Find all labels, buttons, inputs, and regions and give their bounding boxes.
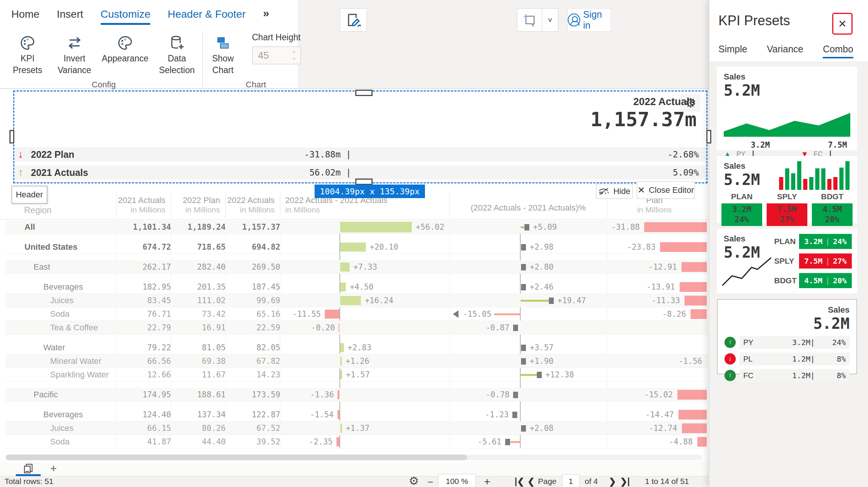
kpi-column-label: BDGT	[812, 192, 853, 201]
variance-bar-label: +2.83	[348, 343, 371, 352]
panel-tab-combo[interactable]: Combo	[823, 44, 853, 58]
table-row[interactable]: All1,101.341,189.241,157.37+56.02+5.09-3…	[6, 220, 708, 234]
invert-variance-button[interactable]: Invert Variance	[52, 31, 96, 78]
palette-icon	[19, 33, 36, 53]
variance-bar-label: -1.36	[310, 390, 334, 399]
resize-handle-top[interactable]	[355, 90, 373, 96]
variance-bar	[339, 323, 339, 332]
close-editor-button[interactable]: ✕ Close Editor	[637, 182, 695, 199]
column-header-pct-variance[interactable]: (2022 Actuals - 2021 Actuals)%	[449, 203, 607, 213]
first-page-button[interactable]: |❮	[515, 476, 524, 487]
variance-row-plan[interactable]: ↓ 2022 Plan -31.88m | -2.68%	[14, 147, 706, 162]
kpi-preset-card-line[interactable]: Sales 5.2M PLAN3.2M|24%SPLY7.5M|27%BDGT4…	[717, 229, 857, 293]
add-sheet-button[interactable]: +	[45, 462, 62, 475]
next-page-button[interactable]: ❯	[609, 476, 616, 487]
variance-value: -31.88m |	[304, 150, 351, 159]
edit-mode-button[interactable]	[340, 8, 367, 32]
kpi-presets-button[interactable]: KPI Presets	[8, 31, 47, 78]
tab-customize[interactable]: Customize	[101, 8, 150, 25]
panel-tab-simple[interactable]: Simple	[718, 44, 747, 58]
chart-height-input[interactable]: 45 ⌃⌄	[252, 46, 301, 64]
tab-header-footer[interactable]: Header & Footer	[168, 8, 246, 25]
column-header-abs-variance[interactable]: 2022 Actuals - 2021 Actualsin Millions	[285, 195, 388, 214]
table-row[interactable]: East262.17282.40269.50+7.33+2.80-12.91	[6, 260, 708, 274]
data-selection-button[interactable]: Data Selection	[154, 31, 200, 78]
column-header-region[interactable]: Region	[24, 205, 52, 215]
settings-gear-icon[interactable]: ⚙	[409, 474, 419, 487]
variance-label: 2022 Plan	[31, 149, 74, 160]
variance-bar-label: +7.33	[353, 263, 377, 272]
column-header-2022-actuals[interactable]: 2022 Actualsin Millions	[225, 195, 275, 214]
tab-home[interactable]: Home	[11, 8, 40, 25]
variance-bar-label: +4.50	[350, 282, 373, 292]
kpi-widget-selection[interactable]: ⚙ 2022 Actuals 1,157.37m ↓ 2022 Plan -31…	[13, 90, 708, 183]
zoom-in-button[interactable]: +	[484, 476, 490, 487]
arrow-down-circle-icon: ↓	[724, 353, 736, 365]
kpi-preset-card-list[interactable]: Sales 5.2M ↑PY3.2M|24%↓PL1.2M|8%↑FC1.2M|…	[717, 299, 857, 374]
plan-variance-bar	[682, 262, 707, 272]
appearance-button[interactable]: Appearance	[96, 31, 154, 78]
row-label: Beverages	[43, 410, 83, 420]
variance-bar-label: -11.55	[292, 310, 321, 319]
resize-handle-bottom[interactable]	[355, 179, 373, 185]
hide-button[interactable]: Hide	[596, 184, 633, 199]
horizontal-scrollbar-track[interactable]	[6, 455, 702, 460]
variance-bar	[336, 437, 339, 446]
table-row[interactable]: Beverages182.95201.35187.45+4.50+2.46-13…	[6, 280, 708, 294]
cell-value: 65.16	[257, 310, 280, 319]
header-badge[interactable]: Header	[11, 186, 47, 204]
panel-close-button[interactable]: ✕	[832, 13, 853, 35]
tab-insert[interactable]: Insert	[57, 8, 83, 25]
resize-handle-right[interactable]	[706, 130, 711, 144]
plan-variance-bar	[644, 222, 707, 232]
kpi-preset-card-bars[interactable]: Sales 5.2M PLAN3.2M24%SPLY7.5M27%BDGT4.5…	[717, 156, 857, 223]
stepper-icons[interactable]: ⌃⌄	[292, 51, 300, 60]
kpi-pill: 3.2M|24%	[799, 234, 852, 249]
variance-row-actuals[interactable]: ↑ 2021 Actuals 56.02m | 5.09%	[14, 165, 706, 180]
ribbon-overflow-icon[interactable]: »	[263, 7, 269, 25]
variance-bar-label: +1.26	[345, 357, 369, 366]
kpi-preset-card-area[interactable]: Sales 5.2M ▲ PY 3.2M | 24% ▼ FC 7.5M | 2…	[717, 67, 857, 150]
table-row[interactable]: Juices66.1580.2667.52+1.37+2.08-12.74	[6, 421, 708, 435]
page-number-input[interactable]: 1	[562, 474, 579, 487]
cell-value: 201.35	[197, 282, 226, 292]
previous-page-button[interactable]: ❮	[527, 476, 535, 487]
table-row[interactable]: Sparkling Water12.6611.6714.23+1.57+12.3…	[6, 368, 708, 382]
sign-in-button[interactable]: Sign in	[567, 8, 611, 32]
variance-label: 2021 Actuals	[31, 167, 88, 178]
table-row[interactable]: Soda76.7173.4265.16-11.55-15.05-8.26	[6, 307, 708, 321]
column-header-2022-plan[interactable]: 2022 Planin Millions	[171, 195, 220, 214]
kpi-row-value: 1.2M|	[771, 354, 815, 363]
arrow-up-circle-icon: ↑	[724, 370, 736, 381]
column-header-2021-actuals[interactable]: 2021 Actualsin Millions	[116, 195, 165, 214]
horizontal-scrollbar-thumb[interactable]	[6, 455, 467, 460]
row-label: Tea & Coffee	[50, 323, 98, 333]
size-tooltip: 1004.39px x 135.39px	[315, 185, 425, 198]
sheet-tab-active[interactable]	[16, 462, 41, 475]
panel-tab-variance[interactable]: Variance	[767, 44, 803, 58]
table-row[interactable]: Juices83.45111.0299.69+16.24+19.47-11.33	[6, 294, 708, 307]
show-chart-button[interactable]: Show Chart	[205, 31, 241, 78]
card-title: Sales	[724, 305, 850, 315]
resize-handle-left[interactable]	[9, 130, 14, 144]
pct-variance-label: +5.09	[533, 223, 557, 232]
last-page-button[interactable]: ❯|	[620, 476, 630, 487]
pct-pin-marker	[521, 425, 526, 432]
table-row[interactable]: United States674.72718.65694.82+20.10+2.…	[6, 240, 708, 254]
table-row[interactable]: Soda41.8744.4039.52-2.35-5.61-4.88	[6, 435, 708, 449]
mini-bar	[785, 168, 789, 190]
new-comment-button[interactable]	[517, 8, 542, 32]
sign-in-label: Sign in	[583, 9, 611, 31]
table-row[interactable]: Water79.2281.0582.05+2.83+3.57	[6, 341, 708, 354]
zoom-out-button[interactable]: −	[428, 476, 433, 487]
comment-dropdown-button[interactable]: ˅	[542, 8, 558, 32]
cell-value: 187.45	[252, 282, 280, 292]
pct-variance-label: +19.47	[558, 296, 586, 305]
table-row[interactable]: Mineral Water66.5669.3867.82+1.26+1.90-1…	[6, 354, 708, 368]
table-row[interactable]: Pacific174.95188.61173.59-1.36-0.78-15.0…	[6, 388, 708, 402]
table-row[interactable]: Beverages124.40137.34122.87-1.54-1.23-14…	[6, 408, 708, 421]
zoom-level-input[interactable]: 100 %	[438, 474, 476, 487]
row-label: United States	[24, 242, 78, 252]
table-row[interactable]: Tea & Coffee22.7916.9122.59-0.20-0.87	[6, 321, 708, 334]
close-icon: ✕	[637, 185, 645, 195]
